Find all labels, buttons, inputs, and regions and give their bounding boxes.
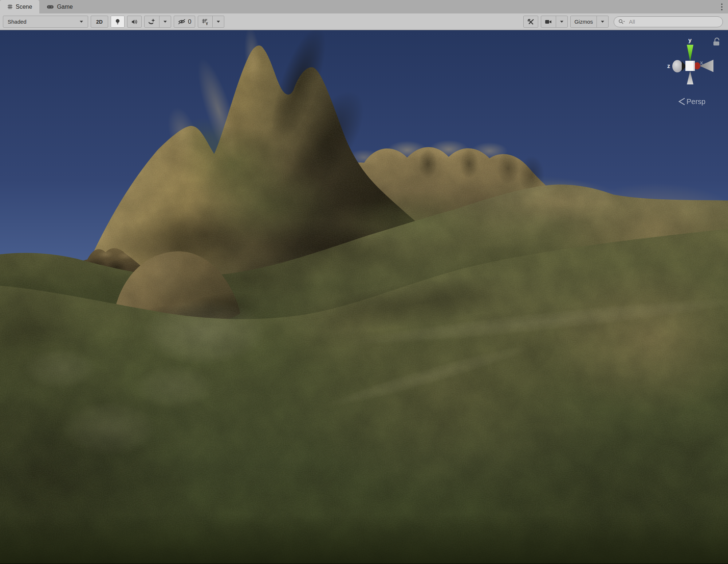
axis-z-label[interactable]: z <box>667 63 670 69</box>
axis-y-label[interactable]: y <box>688 37 692 43</box>
unity-scene-window: { "tabs": [ { "label": "Scene", "icon": … <box>0 0 728 564</box>
eye-off-icon <box>178 19 186 25</box>
kebab-menu-icon[interactable] <box>716 0 728 13</box>
shading-mode-dropdown[interactable]: Shaded <box>3 16 88 27</box>
gizmos-group: Gizmos <box>570 16 609 28</box>
2d-toggle-group: 2D <box>91 16 108 28</box>
shading-mode-group: Shaded <box>3 16 88 28</box>
scene-camera-group <box>541 16 568 28</box>
speaker-icon <box>131 19 138 25</box>
scene-visibility-button[interactable]: 0 <box>174 16 195 27</box>
chevron-down-icon <box>216 20 220 23</box>
lock-open-icon[interactable] <box>713 38 719 46</box>
orientation-gizmo[interactable]: y x z Persp <box>659 30 728 108</box>
lightbulb-icon <box>115 19 121 25</box>
gizmos-label: Gizmos <box>574 19 593 25</box>
grid-dropdown-arrow[interactable] <box>213 16 224 27</box>
axis-y-cone[interactable] <box>687 45 693 61</box>
wrench-pencil-icon <box>527 19 534 25</box>
hidden-objects-count: 0 <box>188 18 191 25</box>
visibility-group: 0 <box>174 16 195 28</box>
lighting-toggle-group <box>111 16 125 28</box>
svg-text:Y: Y <box>206 21 208 25</box>
component-tools-group <box>523 16 538 28</box>
projection-toggle[interactable]: Persp <box>679 98 705 106</box>
2d-label: 2D <box>96 19 103 25</box>
chevron-down-icon <box>560 20 564 23</box>
gamepad-icon <box>47 5 54 9</box>
gizmos-button[interactable]: Gizmos <box>571 16 597 27</box>
camera-dropdown-arrow[interactable] <box>556 16 567 27</box>
scene-search-field[interactable] <box>614 16 723 27</box>
tab-scene[interactable]: Scene <box>0 0 39 13</box>
scene-lighting-button[interactable] <box>111 16 124 27</box>
search-input[interactable] <box>628 18 718 25</box>
component-editor-tools-button[interactable] <box>524 16 538 27</box>
tab-strip: Scene Game <box>0 0 728 13</box>
tab-game[interactable]: Game <box>39 0 80 13</box>
tab-scene-label: Scene <box>16 4 32 10</box>
scene-viewport-container: y x z Persp <box>0 30 728 564</box>
camera-icon <box>545 19 552 24</box>
chevron-down-icon <box>601 20 605 23</box>
scene-effects-button[interactable] <box>145 16 159 27</box>
effects-dropdown-arrow[interactable] <box>160 16 171 27</box>
2d-toggle-button[interactable]: 2D <box>91 16 108 27</box>
projection-arrow-icon <box>679 98 685 105</box>
gizmos-dropdown-arrow[interactable] <box>597 16 608 27</box>
chevron-down-icon <box>79 20 83 23</box>
shading-mode-label: Shaded <box>8 19 27 25</box>
scene-audio-button[interactable] <box>127 16 141 27</box>
tab-game-label: Game <box>57 4 73 10</box>
scene-toolbar: Shaded 2D <box>0 13 728 30</box>
search-icon <box>618 19 626 24</box>
effects-icon <box>148 19 156 25</box>
grid-snap-icon: Y <box>202 19 209 25</box>
bottom-vignette <box>0 514 728 564</box>
audio-toggle-group <box>127 16 142 28</box>
axis-z-disc[interactable] <box>672 60 682 72</box>
grid-visibility-button[interactable]: Y <box>198 16 212 27</box>
grid-settings-group: Y <box>198 16 224 28</box>
projection-label: Persp <box>686 98 705 106</box>
chevron-down-icon <box>163 20 167 23</box>
scene-viewport[interactable] <box>0 30 728 564</box>
axis-neg-y-cone[interactable] <box>687 71 693 84</box>
scene-camera-button[interactable] <box>541 16 556 27</box>
grid-icon <box>7 4 13 9</box>
effects-group <box>144 16 171 28</box>
